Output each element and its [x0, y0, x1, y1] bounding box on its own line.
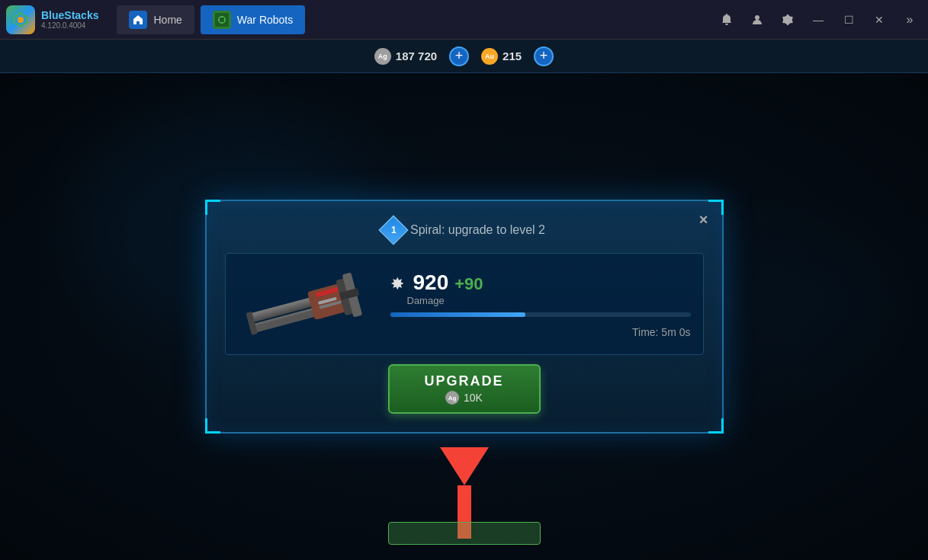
war-robots-tab-icon — [213, 11, 231, 29]
svg-point-2 — [18, 17, 24, 23]
user-icon-btn[interactable] — [745, 8, 769, 32]
currency-bar: Ag 187 720 + Au 215 + — [0, 40, 928, 73]
damage-row: ✸ 920 +90 Damage — [390, 270, 691, 306]
gear-icon-btn[interactable] — [775, 8, 800, 32]
damage-label: Damage — [407, 295, 483, 306]
app-version: 4.120.0.4004 — [41, 21, 98, 30]
stats-panel: ✸ 920 +90 Damage Time: 5m 0s — [225, 253, 704, 355]
svg-rect-5 — [220, 18, 224, 22]
corner-bracket-tl — [205, 200, 220, 215]
titlebar: BlueStacks 4.120.0.4004 Home War Robots — [0, 0, 928, 40]
damage-icon: ✸ — [390, 274, 404, 294]
progress-bar-bg — [390, 312, 691, 317]
svg-point-6 — [755, 15, 759, 20]
war-robots-tab[interactable]: War Robots — [201, 5, 305, 34]
time-row: Time: 5m 0s — [390, 326, 691, 338]
spiral-title: 1 Spiral: upgrade to level 2 — [225, 219, 704, 241]
ag-currency: Ag 187 720 — [374, 48, 437, 65]
au-badge: Au — [481, 48, 498, 65]
damage-value: 920 — [413, 270, 449, 295]
dialog-header: 1 Spiral: upgrade to level 2 — [225, 219, 704, 241]
war-robots-tab-label: War Robots — [237, 14, 293, 26]
upgrade-cost: Ag 10K — [445, 391, 483, 405]
dialog-overlay: × 1 Spiral: upgrade to level 2 — [0, 73, 928, 560]
corner-bracket-br — [708, 418, 724, 434]
add-ag-btn[interactable]: + — [449, 46, 469, 66]
stats-right: ✸ 920 +90 Damage Time: 5m 0s — [390, 270, 691, 338]
corner-bracket-bl — [205, 418, 220, 434]
home-tab-icon — [129, 11, 147, 29]
app-info: BlueStacks 4.120.0.4004 — [41, 9, 98, 30]
upgrade-button[interactable]: UPGRADE Ag 10K — [388, 364, 541, 414]
bell-icon-btn[interactable] — [714, 8, 739, 32]
level-diamond: 1 — [378, 215, 409, 245]
more-icon[interactable]: » — [897, 8, 922, 32]
upgrade-button-label: UPGRADE — [424, 373, 503, 389]
bluestacks-logo — [6, 5, 35, 34]
dialog-close-btn[interactable]: × — [692, 207, 716, 232]
upgrade-dialog: × 1 Spiral: upgrade to level 2 — [205, 200, 724, 434]
damage-bonus: +90 — [454, 274, 483, 294]
upgrade-title-text: Spiral: upgrade to level 2 — [410, 223, 545, 237]
app-name: BlueStacks — [41, 9, 98, 21]
weapon-image — [238, 266, 375, 342]
minimize-btn[interactable]: — — [806, 8, 830, 32]
maximize-btn[interactable]: ☐ — [836, 8, 861, 32]
bottom-hint-area — [388, 522, 541, 545]
home-tab[interactable]: Home — [117, 5, 194, 34]
progress-bar-fill — [390, 312, 525, 317]
level-number: 1 — [391, 225, 397, 235]
close-btn-titlebar[interactable]: ✕ — [867, 8, 891, 32]
au-currency: Au 215 — [481, 48, 522, 65]
home-tab-label: Home — [153, 14, 181, 26]
game-area: × 1 Spiral: upgrade to level 2 — [0, 73, 928, 560]
ag-value: 187 720 — [396, 50, 437, 62]
upgrade-cost-value: 10K — [464, 392, 483, 404]
upgrade-cost-badge: Ag — [445, 391, 459, 405]
arrow-head — [440, 447, 489, 485]
au-value: 215 — [503, 50, 522, 62]
add-au-btn[interactable]: + — [534, 46, 554, 66]
ag-badge: Ag — [374, 48, 391, 65]
